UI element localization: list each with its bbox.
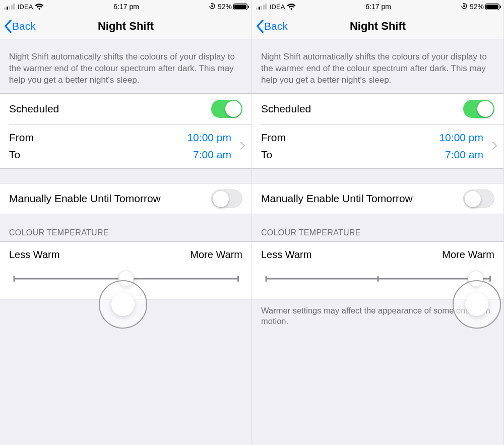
wifi-icon (35, 4, 44, 10)
battery-pct: 92% (218, 3, 232, 11)
back-button[interactable]: Back (0, 20, 36, 33)
to-label: To (9, 149, 20, 161)
temperature-slider-panel: Less Warm More Warm (0, 242, 251, 299)
from-label: From (9, 132, 34, 144)
carrier-label: IDEA (270, 3, 285, 11)
battery-icon (485, 4, 499, 10)
page-title: Night Shift (252, 20, 503, 33)
temperature-slider[interactable] (9, 274, 242, 284)
status-time: 6:17 pm (113, 3, 139, 11)
back-label: Back (12, 20, 36, 32)
intro-text: Night Shift automatically shifts the col… (252, 39, 503, 93)
manual-enable-row[interactable]: Manually Enable Until Tomorrow (252, 183, 503, 214)
intro-text: Night Shift automatically shifts the col… (0, 39, 251, 93)
to-label: To (261, 149, 272, 161)
nav-bar: Back Night Shift (252, 13, 503, 39)
from-value: 10:00 pm (187, 132, 231, 144)
status-time: 6:17 pm (365, 3, 391, 11)
rotation-lock-icon (209, 3, 216, 11)
schedule-window-row[interactable]: From 10:00 pm To 7:00 am (252, 124, 503, 168)
signal-icon (4, 4, 15, 10)
chevron-left-icon (256, 20, 264, 33)
carrier-label: IDEA (18, 3, 33, 11)
status-bar: IDEA 6:17 pm 92% (252, 0, 503, 13)
chevron-left-icon (4, 20, 12, 33)
temperature-slider[interactable] (261, 274, 494, 284)
slider-label-more: More Warm (190, 249, 242, 261)
signal-icon (256, 4, 267, 10)
back-label: Back (264, 20, 288, 32)
temperature-slider-panel: Less Warm More Warm (252, 242, 503, 299)
manual-enable-toggle[interactable] (463, 189, 494, 208)
temperature-header: COLOUR TEMPERATURE (252, 214, 503, 241)
back-button[interactable]: Back (252, 20, 288, 33)
slider-label-less: Less Warm (261, 249, 311, 261)
scheduled-row[interactable]: Scheduled (0, 94, 251, 124)
scheduled-row[interactable]: Scheduled (252, 94, 503, 124)
temperature-header: COLOUR TEMPERATURE (0, 214, 251, 241)
scheduled-label: Scheduled (261, 103, 311, 115)
svg-rect-0 (211, 6, 213, 7)
from-value: 10:00 pm (439, 132, 483, 144)
battery-pct: 92% (470, 3, 484, 11)
rotation-lock-icon (461, 3, 468, 11)
slider-footer-text: Warmer settings may affect the appearanc… (252, 299, 503, 333)
to-value: 7:00 am (445, 149, 483, 161)
from-label: From (261, 132, 286, 144)
manual-enable-label: Manually Enable Until Tomorrow (9, 193, 161, 205)
slider-thumb[interactable] (468, 271, 483, 286)
page-title: Night Shift (0, 20, 251, 33)
slider-label-less: Less Warm (9, 249, 59, 261)
chevron-right-icon (492, 140, 497, 152)
chevron-right-icon (240, 140, 245, 152)
manual-enable-row[interactable]: Manually Enable Until Tomorrow (0, 183, 251, 214)
scheduled-toggle[interactable] (211, 100, 242, 118)
slider-thumb[interactable] (118, 271, 134, 286)
to-value: 7:00 am (193, 149, 231, 161)
wifi-icon (287, 4, 296, 10)
schedule-window-row[interactable]: From 10:00 pm To 7:00 am (0, 124, 251, 168)
scheduled-toggle[interactable] (463, 100, 494, 118)
slider-label-more: More Warm (442, 249, 494, 261)
status-bar: IDEA 6:17 pm 92% (0, 0, 251, 13)
manual-enable-label: Manually Enable Until Tomorrow (261, 193, 413, 205)
svg-rect-1 (463, 6, 465, 7)
manual-enable-toggle[interactable] (211, 189, 242, 208)
battery-icon (233, 4, 247, 10)
scheduled-label: Scheduled (9, 103, 59, 115)
nav-bar: Back Night Shift (0, 13, 251, 39)
